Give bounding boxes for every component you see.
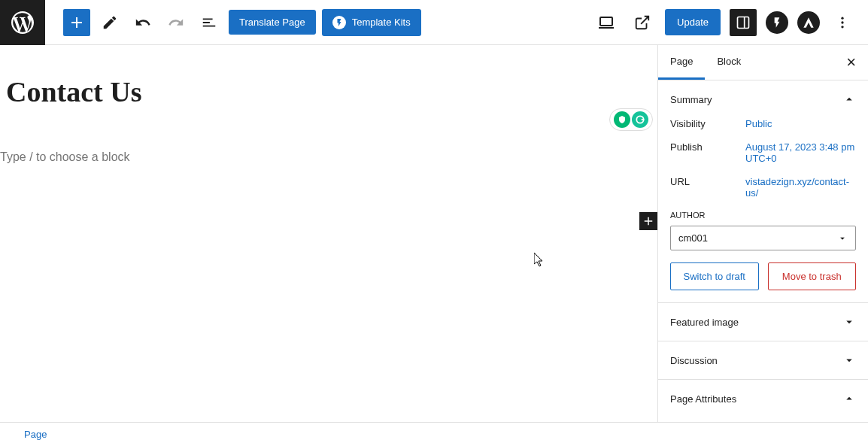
tab-page[interactable]: Page [658, 45, 705, 80]
redo-icon [168, 14, 184, 31]
svg-rect-0 [600, 17, 612, 26]
view-button[interactable] [593, 9, 620, 36]
page-title[interactable]: Contact Us [6, 75, 657, 108]
settings-panel-toggle[interactable] [730, 9, 757, 36]
author-value: cm001 [678, 232, 708, 244]
pencil-icon [102, 14, 118, 31]
mouse-cursor-icon [534, 253, 546, 268]
astra-button[interactable] [797, 11, 820, 34]
grammarly-shield-icon[interactable] [614, 111, 630, 128]
author-label: AUTHOR [670, 211, 856, 220]
publish-label: Publish [670, 141, 745, 164]
list-icon [201, 14, 217, 31]
wordpress-logo[interactable] [0, 0, 45, 45]
url-value[interactable]: vistadezign.xyz/contact-us/ [745, 176, 856, 199]
plus-icon [68, 14, 86, 32]
tab-block[interactable]: Block [705, 45, 753, 80]
url-label: URL [670, 176, 745, 199]
plus-icon [642, 214, 655, 228]
publish-value[interactable]: August 17, 2023 3:48 pm UTC+0 [745, 141, 856, 164]
panel-icon [736, 15, 751, 30]
undo-icon [135, 14, 151, 31]
external-link-icon [634, 14, 651, 31]
template-kits-label: Template Kits [352, 17, 411, 28]
footer-bar: Page [0, 422, 868, 446]
visibility-label: Visibility [670, 118, 745, 129]
svg-rect-1 [738, 17, 749, 28]
settings-sidebar: Page Block × Summary Visibility Public P… [657, 45, 868, 422]
close-sidebar-button[interactable]: × [846, 53, 856, 72]
editor-canvas: Contact Us Type / to choose a block [0, 45, 657, 422]
visibility-value[interactable]: Public [745, 118, 856, 129]
block-placeholder[interactable]: Type / to choose a block [0, 150, 657, 164]
chevron-up-icon [842, 392, 856, 405]
laptop-icon [597, 14, 615, 32]
jetpack-button[interactable] [766, 11, 788, 34]
panel-discussion-header[interactable]: Discussion [658, 341, 868, 379]
svg-point-5 [841, 26, 843, 28]
chevron-down-icon [837, 233, 848, 244]
panel-summary: Summary Visibility Public Publish August… [658, 80, 868, 303]
tools-button[interactable] [96, 9, 123, 36]
bolt-icon [771, 17, 783, 29]
preview-button[interactable] [629, 9, 656, 36]
sidebar-tabs: Page Block × [658, 45, 868, 80]
svg-point-4 [841, 21, 843, 23]
more-vertical-icon [835, 15, 850, 30]
wordpress-icon [9, 9, 36, 36]
chevron-down-icon [842, 353, 856, 367]
extension-badges [609, 108, 653, 131]
move-to-trash-button[interactable]: Move to trash [768, 262, 857, 290]
translate-label: Translate Page [239, 17, 305, 28]
page-attributes-title: Page Attributes [670, 393, 736, 405]
panel-featured-image-header[interactable]: Featured image [658, 303, 868, 341]
update-label: Update [677, 17, 709, 28]
panel-discussion: Discussion [658, 341, 868, 380]
update-button[interactable]: Update [665, 9, 721, 35]
undo-button[interactable] [129, 9, 156, 36]
redo-button[interactable] [162, 9, 190, 36]
panel-page-attributes: Page Attributes [658, 380, 868, 408]
featured-image-title: Featured image [670, 317, 739, 328]
bolt-circle-icon [332, 16, 346, 29]
translate-page-button[interactable]: Translate Page [229, 10, 316, 35]
top-toolbar: Translate Page Template Kits Update [0, 0, 868, 45]
summary-title: Summary [670, 94, 712, 105]
author-select[interactable]: cm001 [670, 226, 856, 250]
discussion-title: Discussion [670, 355, 718, 366]
panel-featured-image: Featured image [658, 303, 868, 341]
add-block-button[interactable] [63, 9, 90, 36]
chevron-up-icon [842, 93, 856, 106]
chevron-down-icon [842, 315, 856, 329]
options-button[interactable] [829, 9, 856, 36]
template-kits-button[interactable]: Template Kits [322, 9, 421, 36]
switch-to-draft-button[interactable]: Switch to draft [670, 262, 759, 290]
panel-page-attributes-header[interactable]: Page Attributes [658, 380, 868, 408]
astra-icon [803, 17, 815, 29]
breadcrumb[interactable]: Page [24, 429, 47, 440]
inline-add-block-button[interactable] [639, 212, 657, 230]
panel-summary-header[interactable]: Summary [658, 80, 868, 118]
details-button[interactable] [196, 9, 223, 36]
svg-point-3 [841, 17, 843, 19]
grammarly-icon[interactable] [632, 111, 648, 128]
